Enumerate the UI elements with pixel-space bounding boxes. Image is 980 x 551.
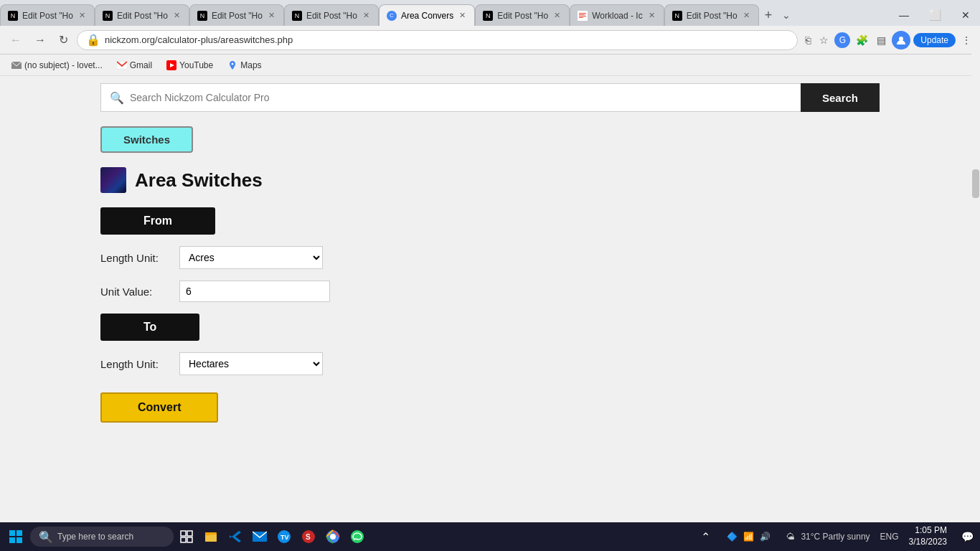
- taskbar-explorer-icon[interactable]: [199, 525, 222, 548]
- tab-3[interactable]: N Edit Post "Ho ✕: [189, 4, 284, 26]
- page-title: Area Switches: [135, 169, 263, 192]
- sidebar-icon[interactable]: ▤: [874, 33, 889, 47]
- bookmark-nosubject[interactable]: (no subject) - lovet...: [6, 59, 108, 72]
- svg-rect-15: [205, 534, 217, 542]
- close-window-button[interactable]: ✕: [951, 4, 980, 26]
- to-unit-label: Length Unit:: [100, 358, 172, 370]
- profile-button[interactable]: [892, 31, 910, 50]
- share-icon[interactable]: ⎗: [802, 33, 814, 47]
- unit-value-input[interactable]: [179, 281, 330, 302]
- extensions-icon[interactable]: G: [834, 32, 850, 48]
- taskbar-security-icon[interactable]: S: [297, 525, 320, 548]
- search-magnifier-icon: 🔍: [110, 91, 124, 105]
- svg-rect-12: [181, 537, 186, 542]
- svg-text:TV: TV: [281, 534, 289, 541]
- new-tab-button[interactable]: +: [759, 4, 778, 26]
- switches-button[interactable]: Switches: [100, 126, 193, 153]
- from-value-row: Unit Value:: [100, 281, 880, 302]
- bookmark-gmail[interactable]: Gmail: [111, 59, 158, 72]
- taskbar-mail-icon[interactable]: [248, 525, 271, 548]
- from-label-container: From: [100, 207, 880, 246]
- address-bar: ← → ↻ 🔒 ⎗ ☆ G 🧩 ▤ Update ⋮: [0, 26, 980, 55]
- from-unit-label: Length Unit:: [100, 252, 172, 264]
- tab-4-close[interactable]: ✕: [362, 9, 371, 22]
- page-icon: [100, 167, 126, 193]
- tab-5-close[interactable]: ✕: [458, 9, 467, 22]
- tab-7-close[interactable]: ✕: [647, 9, 656, 22]
- clock[interactable]: 1:05 PM 3/18/2023: [903, 525, 953, 547]
- to-unit-row: Length Unit: Acres Hectares Square Meter…: [100, 352, 880, 375]
- address-bar-icons: ⎗ ☆ G 🧩 ▤ Update ⋮: [802, 31, 974, 50]
- forward-button[interactable]: →: [30, 31, 50, 50]
- tab-overflow-button[interactable]: ⌄: [778, 9, 795, 21]
- tab-2[interactable]: N Edit Post "Ho ✕: [95, 4, 189, 26]
- tab-8-favicon: N: [672, 11, 682, 21]
- taskbar-search-icon: 🔍: [39, 530, 53, 544]
- maximize-button[interactable]: ⬜: [919, 4, 951, 26]
- taskbar-arrow-icon[interactable]: ⌃: [694, 525, 717, 548]
- svg-rect-9: [17, 537, 22, 543]
- scrollbar-thumb[interactable]: [972, 169, 979, 198]
- svg-text:S: S: [306, 533, 311, 541]
- tab-8-close[interactable]: ✕: [742, 9, 751, 22]
- tab-5[interactable]: C Area Convers ✕: [379, 4, 475, 26]
- main-area: Switches Area Switches From Length Unit:…: [0, 119, 980, 551]
- tab-6[interactable]: N Edit Post "Ho ✕: [475, 4, 570, 26]
- tab-bar: N Edit Post "Ho ✕ N Edit Post "Ho ✕ N Ed…: [0, 0, 980, 26]
- task-view-button[interactable]: [175, 525, 198, 548]
- date-display: 3/18/2023: [909, 537, 947, 548]
- tab-2-close[interactable]: ✕: [172, 9, 182, 22]
- tab-2-favicon: N: [103, 11, 113, 21]
- search-area: 🔍 Search: [0, 76, 980, 119]
- tab-1-close[interactable]: ✕: [77, 9, 87, 22]
- teamviewer-icon: TV: [277, 529, 291, 544]
- taskbar-whatsapp-icon[interactable]: [346, 525, 369, 548]
- puzzle-icon[interactable]: 🧩: [853, 33, 871, 47]
- taskbar-right: ⌃ 🔷 📶 🔊 🌤 31°C Partly sunny ENG 1:05 PM …: [694, 525, 977, 548]
- notifications-icon[interactable]: 💬: [957, 527, 977, 547]
- svg-rect-13: [187, 537, 192, 542]
- address-bar-input-wrap[interactable]: 🔒: [77, 30, 798, 50]
- tab-1[interactable]: N Edit Post "Ho ✕: [0, 4, 95, 26]
- tab-4-title: Edit Post "Ho: [306, 11, 357, 21]
- start-button[interactable]: [3, 524, 29, 550]
- to-unit-select[interactable]: Acres Hectares Square Meters Square Feet…: [179, 352, 323, 375]
- tab-1-favicon: N: [8, 11, 18, 21]
- update-button[interactable]: Update: [913, 33, 956, 47]
- refresh-button[interactable]: ↻: [55, 30, 72, 50]
- bookmark-youtube[interactable]: YouTube: [161, 59, 219, 72]
- svg-marker-18: [230, 535, 232, 538]
- tab-8[interactable]: N Edit Post "Ho ✕: [664, 4, 759, 26]
- svg-rect-7: [17, 530, 22, 536]
- windows-logo-icon: [9, 529, 23, 544]
- bookmark-nosubject-label: (no subject) - lovet...: [24, 60, 103, 70]
- search-input[interactable]: [130, 92, 792, 103]
- taskbar: 🔍 Type here to search TV: [0, 522, 980, 551]
- tab-4[interactable]: N Edit Post "Ho ✕: [284, 4, 379, 26]
- taskbar-search-box[interactable]: 🔍 Type here to search: [30, 527, 174, 547]
- from-unit-select[interactable]: Acres Hectares Square Meters Square Feet…: [179, 246, 323, 269]
- bookmark-maps[interactable]: Maps: [222, 59, 267, 72]
- tab-3-title: Edit Post "Ho: [212, 11, 263, 21]
- bookmark-icon[interactable]: ☆: [816, 33, 831, 47]
- taskbar-chrome-icon[interactable]: [321, 525, 344, 548]
- weather-icon: 🌤: [786, 532, 795, 542]
- tab-7-title: Workload - Ic: [592, 11, 642, 21]
- tab-6-title: Edit Post "Ho: [497, 11, 548, 21]
- weather-display[interactable]: 🌤 31°C Partly sunny: [781, 532, 875, 542]
- scrollbar[interactable]: [971, 26, 980, 522]
- to-label: To: [100, 314, 199, 341]
- tab-3-close[interactable]: ✕: [267, 9, 276, 22]
- search-button[interactable]: Search: [801, 83, 880, 112]
- from-unit-row: Length Unit: Acres Hectares Square Meter…: [100, 246, 880, 269]
- tab-7[interactable]: Workload - Ic ✕: [570, 4, 664, 26]
- vscode-icon: [228, 529, 242, 544]
- back-button[interactable]: ←: [6, 31, 26, 50]
- minimize-button[interactable]: —: [889, 4, 919, 26]
- taskbar-vscode-icon[interactable]: [224, 525, 247, 548]
- taskbar-teamviewer-icon[interactable]: TV: [273, 525, 296, 548]
- convert-button[interactable]: Convert: [100, 392, 218, 423]
- tab-6-close[interactable]: ✕: [552, 9, 562, 22]
- to-label-container: To: [100, 314, 880, 352]
- address-input[interactable]: [105, 34, 788, 45]
